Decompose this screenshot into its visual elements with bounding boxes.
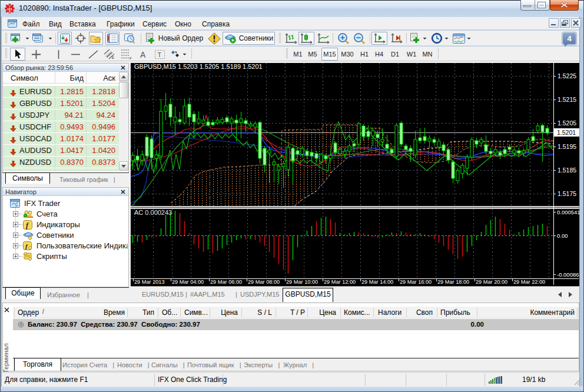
svg-text:0.000541: 0.000541 — [557, 209, 580, 215]
svg-text:AC 0.000243: AC 0.000243 — [134, 209, 172, 216]
svg-text:T: T — [157, 51, 161, 58]
svg-text:E: E — [112, 56, 114, 59]
svg-text:0.00: 0.00 — [557, 232, 568, 239]
svg-text:29 Mar 16:00: 29 Mar 16:00 — [400, 279, 432, 285]
svg-text:29 Mar 04:00: 29 Mar 04:00 — [172, 279, 204, 285]
svg-text:F: F — [130, 57, 132, 59]
svg-text:w: w — [15, 204, 18, 207]
svg-text:29 Mar 14:00: 29 Mar 14:00 — [361, 279, 393, 285]
svg-text:29 Mar 12:00: 29 Mar 12:00 — [324, 279, 356, 285]
svg-text:29 Mar 20:00: 29 Mar 20:00 — [476, 279, 507, 285]
svg-text:A: A — [140, 50, 146, 59]
svg-text:29 Mar 08:00: 29 Mar 08:00 — [248, 279, 280, 285]
svg-text:GBPUSD,M15 1.5203 1.5205 1.51: GBPUSD,M15 1.5203 1.5205 1.5189 1.5201 — [134, 63, 263, 70]
svg-text:1.5225: 1.5225 — [558, 72, 576, 79]
svg-text:29 Mar 06:00: 29 Mar 06:00 — [210, 279, 242, 285]
svg-text:1.5175: 1.5175 — [558, 190, 576, 197]
svg-text:29 Mar 10:00: 29 Mar 10:00 — [286, 279, 318, 285]
svg-text:-0.00086: -0.00086 — [557, 271, 579, 278]
svg-text:1.5215: 1.5215 — [558, 96, 576, 103]
svg-text:1.5195: 1.5195 — [558, 143, 576, 150]
svg-text:1.5201: 1.5201 — [557, 129, 576, 136]
svg-text:29 Mar 2013: 29 Mar 2013 — [134, 279, 165, 285]
svg-text:1.5205: 1.5205 — [558, 119, 576, 127]
svg-text:29 Mar 18:00: 29 Mar 18:00 — [437, 279, 469, 285]
svg-text:1.5185: 1.5185 — [558, 167, 576, 174]
svg-text:29 Mar 22:00: 29 Mar 22:00 — [513, 279, 545, 285]
